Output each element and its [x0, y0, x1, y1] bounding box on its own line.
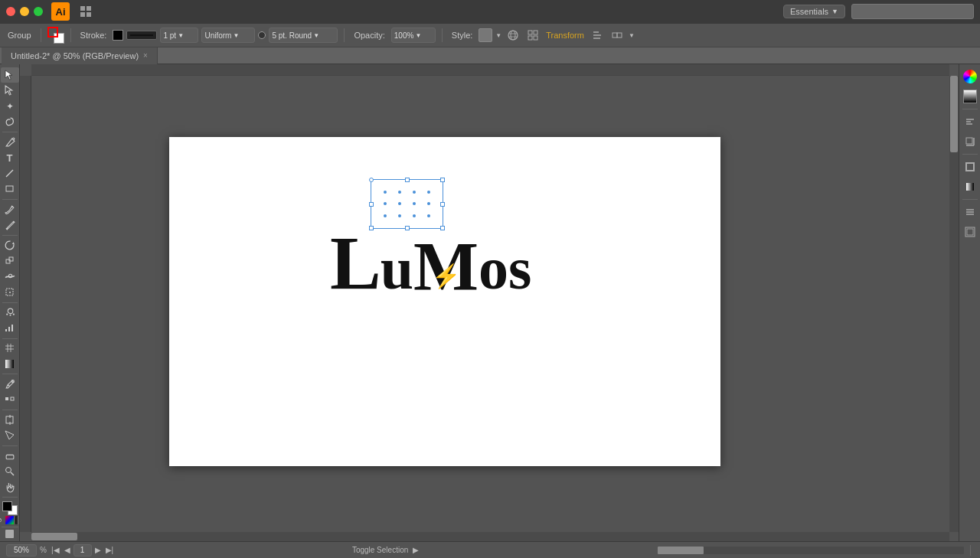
selection-handle-tm[interactable] [405, 178, 410, 182]
rectangle-tool[interactable] [1, 181, 19, 197]
svg-point-24 [8, 308, 12, 313]
toggle-selection-arrow[interactable]: ▶ [411, 546, 420, 554]
pathfinder-icon[interactable] [609, 27, 626, 44]
horizontal-scrollbar-thumb[interactable] [31, 533, 77, 540]
zoom-tool[interactable] [1, 464, 19, 479]
style-label: Style: [449, 31, 476, 40]
brush-size-select[interactable]: 5 pt. Round ▼ [269, 28, 338, 43]
stroke-width-select[interactable]: 1 pt ▼ [160, 28, 198, 43]
style-swatch[interactable] [479, 28, 492, 42]
stroke-type-select[interactable]: Uniform ▼ [201, 28, 255, 43]
close-tab-icon[interactable]: × [143, 51, 148, 60]
gradient-panel-button[interactable] [961, 178, 979, 196]
warp-tool[interactable] [1, 269, 19, 285]
stroke-panel-button[interactable] [961, 158, 979, 176]
eraser-tool[interactable] [1, 449, 19, 464]
svg-rect-2 [80, 12, 85, 17]
slice-tool[interactable] [1, 429, 19, 444]
symbol-sprayer-tool[interactable] [1, 305, 19, 320]
toolbar-separator [41, 28, 41, 42]
artboards-panel-button[interactable] [961, 223, 979, 241]
artboard-tool[interactable] [1, 413, 19, 428]
color-guide-button[interactable] [961, 87, 979, 106]
last-page-button[interactable]: ▶| [104, 546, 116, 554]
selection-handle-mr[interactable] [440, 202, 445, 207]
foreground-color-swatch[interactable] [2, 501, 12, 511]
column-graph-tool[interactable] [1, 321, 19, 336]
paintbrush-tool[interactable] [1, 202, 19, 217]
screen-mode-icon[interactable] [5, 530, 14, 538]
globe-icon[interactable] [505, 27, 521, 44]
tool-separator-4 [2, 302, 18, 303]
document-tab[interactable]: Untitled-2* @ 50% (RGB/Preview) × [2, 47, 158, 64]
pencil-tool[interactable] [1, 217, 19, 233]
transform-panel-button[interactable] [961, 132, 979, 151]
color-wheel-button[interactable] [961, 67, 979, 86]
fill-swatch[interactable] [47, 27, 58, 38]
close-button[interactable] [6, 7, 15, 16]
toolbar-separator-3 [344, 28, 345, 42]
mesh-tool[interactable] [1, 341, 19, 356]
ruler-left [20, 76, 31, 532]
selection-handle-ml[interactable] [369, 202, 374, 207]
dot-11 [413, 214, 416, 217]
magic-wand-tool[interactable]: ✦ [1, 99, 19, 114]
none-color-icon[interactable]: ⊘ [0, 516, 4, 524]
rotate-tool[interactable] [1, 238, 19, 253]
lumos-char-u: u [381, 239, 413, 299]
vertical-scrollbar-thumb[interactable] [950, 76, 958, 152]
fill-stroke-swatches[interactable] [47, 27, 64, 44]
align-panel-button[interactable] [961, 113, 979, 131]
next-page-button[interactable]: ▶ [93, 546, 103, 554]
essentials-button[interactable]: Essentials ▼ [783, 5, 845, 18]
scale-tool[interactable] [1, 253, 19, 269]
align-icon[interactable] [589, 27, 606, 44]
main-area: ✦ T [0, 64, 980, 541]
artboard: L u M ⚡ o s [169, 137, 720, 466]
dot-7 [413, 202, 416, 205]
canvas-background[interactable]: L u M ⚡ o s [31, 76, 949, 532]
page-input[interactable] [74, 544, 92, 556]
pen-tool[interactable] [1, 135, 19, 150]
prev-page-button[interactable]: ◀ [63, 546, 72, 554]
lumos-text[interactable]: L u M ⚡ o s [330, 225, 531, 302]
statusbar: % |◀ ◀ ▶ ▶| Toggle Selection ▶ [0, 541, 980, 558]
selection-box[interactable] [371, 179, 443, 229]
vertical-scrollbar[interactable] [949, 76, 959, 532]
free-transform-tool[interactable] [1, 285, 19, 300]
transform-button[interactable]: Transform [544, 31, 586, 40]
color-icon[interactable] [5, 516, 14, 524]
tool-separator-color [2, 497, 18, 498]
status-separator [970, 545, 971, 556]
arrange-icon[interactable] [524, 27, 541, 44]
stroke-color-swatch[interactable] [113, 30, 123, 41]
lasso-tool[interactable] [1, 115, 19, 130]
selection-handle-tl[interactable] [369, 178, 374, 182]
type-tool[interactable]: T [1, 150, 19, 165]
gradient-tool[interactable] [1, 357, 19, 372]
transform-icon [965, 136, 975, 147]
selection-handle-tr[interactable] [440, 178, 445, 182]
bottom-scroll-thumb[interactable] [658, 547, 704, 554]
layers-panel-button[interactable] [961, 203, 979, 221]
direct-selection-tool[interactable] [1, 83, 19, 99]
bottom-scroll-track[interactable] [658, 547, 964, 554]
svg-rect-18 [6, 186, 13, 191]
zoom-input[interactable] [6, 544, 37, 556]
eyedropper-tool[interactable] [1, 377, 19, 392]
search-input[interactable] [851, 4, 974, 19]
line-tool[interactable] [1, 166, 19, 181]
minimize-button[interactable] [20, 7, 29, 16]
blend-tool[interactable] [1, 393, 19, 408]
rp-separator-1 [962, 109, 978, 109]
app-icon: Ai [49, 0, 72, 23]
first-page-button[interactable]: |◀ [50, 546, 61, 554]
hand-tool[interactable] [1, 480, 19, 495]
opacity-select[interactable]: 100% ▼ [391, 28, 436, 43]
dot-5 [384, 202, 387, 205]
maximize-button[interactable] [34, 7, 43, 16]
horizontal-scrollbar[interactable] [31, 532, 949, 541]
panels-icon[interactable] [78, 3, 93, 20]
selection-tool[interactable] [1, 67, 19, 83]
dot-1 [384, 191, 387, 194]
